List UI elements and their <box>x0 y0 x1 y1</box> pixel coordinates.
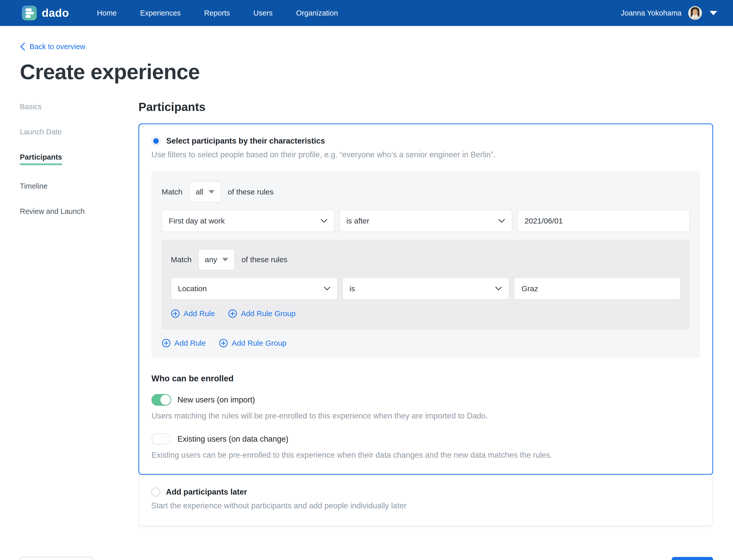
nav-item-home[interactable]: Home <box>97 9 117 17</box>
match-suffix: of these rules <box>242 255 287 264</box>
user-menu-caret-icon <box>710 11 717 15</box>
option-card-characteristics: Select participants by their characteris… <box>138 123 713 475</box>
brand-name: dado <box>42 7 69 19</box>
step-sidebar: Basics Launch Date Participants Timeline… <box>20 100 138 526</box>
chevron-down-icon <box>320 219 328 223</box>
rule-field-select[interactable]: First day at work <box>162 210 335 232</box>
delete-draft-button[interactable]: Delete Draft <box>20 557 93 560</box>
dado-logo-icon <box>22 6 37 20</box>
chevron-left-icon <box>20 42 25 51</box>
rule-row: First day at work is after <box>162 210 690 232</box>
option-later-description: Start the experience without participant… <box>151 501 700 510</box>
add-rule-group-button[interactable]: Add Rule Group <box>219 339 286 348</box>
toggle-existing-users[interactable] <box>151 433 171 445</box>
nested-rule-value-input[interactable] <box>521 284 674 293</box>
nav-item-users[interactable]: Users <box>253 9 273 17</box>
triangle-down-icon <box>222 258 228 261</box>
rules-panel: Match all of these rules First day at wo… <box>151 171 700 358</box>
footer-actions: Delete Draft Save changes Next <box>20 557 713 560</box>
chevron-down-icon <box>323 286 331 291</box>
next-button[interactable]: Next <box>672 557 713 560</box>
toggle-existing-users-label: Existing users (on data change) <box>177 435 288 444</box>
chevron-down-icon <box>498 219 505 223</box>
page-title: Create experience <box>20 60 713 84</box>
match-prefix: Match <box>162 188 182 196</box>
top-navigation: dado Home Experiences Reports Users Orga… <box>0 0 733 26</box>
nested-rule-operator-select[interactable]: is <box>342 277 509 300</box>
sidebar-item-launch-date[interactable]: Launch Date <box>20 128 138 136</box>
toggle-new-users-description: Users matching the rules will be pre-enr… <box>151 411 700 421</box>
toggle-new-users-label: New users (on import) <box>177 395 255 404</box>
sidebar-item-timeline[interactable]: Timeline <box>20 182 138 190</box>
avatar <box>688 6 702 20</box>
sidebar-item-review-and-launch[interactable]: Review and Launch <box>20 207 138 216</box>
option-card-add-later: Add participants later Start the experie… <box>138 474 713 526</box>
toggle-new-users[interactable] <box>151 394 171 406</box>
plus-circle-icon <box>171 309 180 318</box>
participants-section: Participants Select participants by thei… <box>138 100 713 526</box>
plus-circle-icon <box>228 309 237 318</box>
match-suffix: of these rules <box>228 188 274 196</box>
page-content: Back to overview Create experience Basic… <box>0 26 733 560</box>
radio-add-participants-later[interactable] <box>151 487 160 497</box>
nested-rule-value-field <box>514 277 681 300</box>
sidebar-item-basics[interactable]: Basics <box>20 103 138 111</box>
triangle-down-icon <box>208 190 215 194</box>
option-characteristics-description: Use filters to select people based on th… <box>151 150 700 159</box>
rule-operator-select[interactable]: is after <box>339 210 512 232</box>
option-characteristics-label: Select participants by their characteris… <box>166 136 325 146</box>
rule-value-input[interactable] <box>524 216 683 226</box>
who-can-be-enrolled-heading: Who can be enrolled <box>151 374 700 383</box>
add-rule-button[interactable]: Add Rule <box>162 339 206 348</box>
user-menu[interactable]: Joanna Yokohama <box>621 6 717 20</box>
rule-value-field <box>517 210 690 232</box>
chevron-down-icon <box>495 286 502 291</box>
nested-rule-group: Match any of these rules Location <box>162 240 690 329</box>
nested-rule-field-select[interactable]: Location <box>171 277 338 300</box>
rule-row: Location is <box>171 277 681 300</box>
nested-match-mode-select[interactable]: any <box>198 249 235 270</box>
plus-circle-icon <box>219 339 228 348</box>
user-name: Joanna Yokohama <box>621 9 682 17</box>
match-mode-select[interactable]: all <box>189 181 221 203</box>
option-later-label: Add participants later <box>166 487 247 497</box>
sidebar-item-participants[interactable]: Participants <box>20 153 138 165</box>
back-to-overview-link[interactable]: Back to overview <box>20 42 85 51</box>
nav-item-organization[interactable]: Organization <box>296 9 338 17</box>
main-menu: Home Experiences Reports Users Organizat… <box>97 9 338 17</box>
nav-item-reports[interactable]: Reports <box>204 9 230 17</box>
nav-item-experiences[interactable]: Experiences <box>140 9 181 17</box>
match-prefix: Match <box>171 255 192 264</box>
toggle-existing-users-description: Existing users can be pre-enrolled to th… <box>151 451 700 460</box>
section-heading: Participants <box>138 100 713 114</box>
brand-logo[interactable]: dado <box>22 6 69 20</box>
plus-circle-icon <box>162 339 171 348</box>
nested-add-rule-group-button[interactable]: Add Rule Group <box>228 309 295 318</box>
nested-add-rule-button[interactable]: Add Rule <box>171 309 215 318</box>
radio-select-by-characteristics[interactable] <box>151 136 161 146</box>
